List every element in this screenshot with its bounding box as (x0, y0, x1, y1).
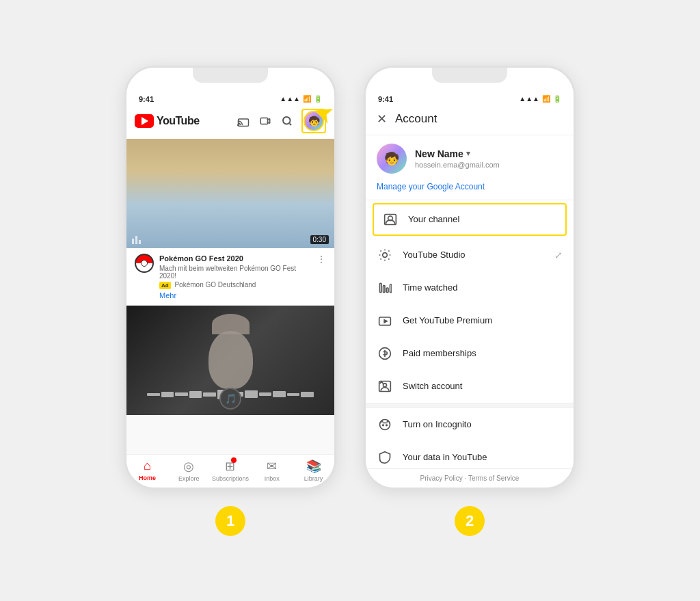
video1-menu-icon[interactable]: ⋮ (317, 254, 326, 265)
phone1-time: 9:41 (139, 95, 154, 103)
video1-thumbnail: 0:30 (126, 139, 334, 248)
video1-info: Pokémon GO Fest 2020 Mach mit beim weltw… (126, 248, 334, 306)
account-page: ✕ Account 🧒 New Name ▾ hossein.ema@gmail… (366, 103, 574, 488)
step1-badge: 1 (215, 506, 245, 536)
library-icon: 📚 (306, 459, 321, 474)
get-premium-item[interactable]: Get YouTube Premium (366, 304, 574, 337)
external-link-icon: ⤢ (554, 250, 563, 261)
incognito-item[interactable]: Turn on Incognito (366, 408, 574, 441)
cast-icon[interactable] (236, 113, 251, 129)
nav-home-label: Home (139, 475, 156, 481)
nav-item-library[interactable]: 📚 Library (293, 459, 334, 482)
phone1: 9:41 ▲▲▲ 📶 🔋 YouTube (124, 66, 336, 490)
footer-links: Privacy Policy · Terms of Service (366, 468, 574, 488)
account-user: 🧒 New Name ▾ hossein.ema@gmail.com (366, 135, 574, 182)
home-icon: ⌂ (144, 459, 151, 473)
youtube-studio-label: YouTube Studio (403, 250, 545, 260)
wifi2-icon: 📶 (542, 95, 550, 103)
video-feed[interactable]: 0:30 Pokémon GO Fest 2020 Mach mit beim … (126, 139, 334, 454)
user-email: hossein.ema@gmail.com (415, 161, 563, 169)
explore-icon: ◎ (183, 459, 194, 474)
phone1-status-icons: ▲▲▲ 📶 🔋 (280, 95, 322, 103)
search-icon[interactable] (280, 113, 295, 129)
user-name-text: New Name (415, 148, 463, 159)
svg-point-5 (383, 252, 388, 257)
nav-item-home[interactable]: ⌂ Home (126, 459, 168, 482)
svg-point-16 (382, 424, 384, 426)
close-button[interactable]: ✕ (377, 111, 387, 126)
switch-account-item[interactable]: Switch account (366, 370, 574, 403)
phone2-wrapper: 9:41 ▲▲▲ 📶 🔋 ✕ Account 🧒 (364, 66, 576, 536)
nav-library-label: Library (304, 475, 323, 482)
video1-description: Mach mit beim weltweiten Pokémon GO Fest… (159, 265, 311, 280)
youtube-studio-item[interactable]: YouTube Studio ⤢ (366, 239, 574, 271)
mic-icon: 🎵 (219, 388, 241, 410)
video1-advertiser: Ad Pokémon GO Deutschland (159, 281, 311, 289)
notch-cutout (193, 68, 268, 83)
switch-account-label: Switch account (403, 381, 563, 391)
youtube-studio-icon (377, 247, 393, 263)
menu-list: Your channel ➤ YouTube Stu (366, 200, 574, 468)
signal-icon: ▲▲▲ (280, 95, 300, 103)
bottom-nav: ⌂ Home ◎ Explore ⊞ Subscriptions (126, 454, 334, 488)
nav-item-explore[interactable]: ◎ Explore (168, 459, 210, 482)
section-divider (366, 403, 574, 408)
nav-inbox-label: Inbox (265, 475, 280, 482)
your-channel-wrapper: Your channel ➤ (366, 203, 574, 236)
svg-rect-7 (383, 285, 386, 292)
paid-memberships-item[interactable]: Paid memberships (366, 337, 574, 370)
svg-rect-8 (387, 288, 389, 293)
nav-subs-label: Subscriptions (212, 475, 249, 482)
youtube-logo-text: YouTube (157, 115, 200, 127)
nav-item-subscriptions[interactable]: ⊞ Subscriptions (210, 459, 252, 482)
video1-info-row: Pokémon GO Fest 2020 Mach mit beim weltw… (135, 254, 326, 299)
ad-badge: Ad (159, 282, 171, 289)
svg-point-14 (383, 383, 387, 386)
phone1-status-bar: 9:41 ▲▲▲ 📶 🔋 (126, 92, 334, 103)
bars-icon (132, 236, 141, 244)
subscriptions-icon-wrap: ⊞ (225, 459, 235, 474)
time-watched-icon (377, 280, 393, 296)
chevron-down-icon[interactable]: ▾ (466, 149, 470, 158)
your-data-item[interactable]: Your data in YouTube (366, 441, 574, 468)
video1-desc-text: Mach mit beim weltweiten Pokémon GO Fest… (159, 265, 296, 280)
time-watched-item[interactable]: Time watched (366, 271, 574, 304)
phone1-wrapper: 9:41 ▲▲▲ 📶 🔋 YouTube (124, 66, 336, 536)
notch2-cutout (432, 68, 507, 83)
video1-title: Pokémon GO Fest 2020 (159, 254, 311, 263)
camera-icon[interactable] (258, 113, 273, 129)
signal2-icon: ▲▲▲ (519, 95, 539, 103)
nav-explore-label: Explore (178, 475, 200, 482)
paid-memberships-label: Paid memberships (403, 348, 563, 358)
account-header: ✕ Account (366, 103, 574, 135)
video1-scene (126, 139, 334, 248)
your-channel-item[interactable]: Your channel (373, 203, 567, 236)
inbox-icon: ✉ (267, 459, 277, 474)
mehr-link[interactable]: Mehr (159, 291, 311, 299)
youtube-toolbar: YouTube (126, 103, 334, 139)
footer-separator: · (465, 475, 467, 482)
phone2: 9:41 ▲▲▲ 📶 🔋 ✕ Account 🧒 (364, 66, 576, 490)
battery2-icon: 🔋 (553, 95, 561, 103)
phone2-notch (366, 68, 574, 92)
youtube-logo-icon (135, 114, 154, 128)
channel-avatar-1 (135, 254, 154, 273)
video1-meta: Pokémon GO Fest 2020 Mach mit beim weltw… (159, 254, 311, 299)
time-watched-label: Time watched (403, 282, 563, 293)
nav-item-inbox[interactable]: ✉ Inbox (251, 459, 293, 482)
incognito-icon (377, 416, 393, 433)
youtube-premium-icon (377, 312, 393, 329)
wifi-icon: 📶 (303, 95, 311, 103)
user-avatar: 🧒 (377, 144, 407, 174)
your-data-label: Your data in YouTube (403, 452, 563, 462)
video2-thumbnail: 🎵 (126, 306, 334, 415)
incognito-label: Turn on Incognito (403, 419, 563, 429)
manage-google-account-link[interactable]: Manage your Google Account (366, 182, 574, 200)
privacy-link[interactable]: Privacy Policy (420, 475, 463, 482)
svg-rect-6 (380, 283, 382, 292)
svg-point-1 (238, 124, 239, 126)
notif-badge (231, 457, 237, 463)
paid-memberships-icon (377, 345, 393, 362)
svg-point-15 (380, 419, 390, 429)
terms-link[interactable]: Terms of Service (468, 475, 519, 482)
